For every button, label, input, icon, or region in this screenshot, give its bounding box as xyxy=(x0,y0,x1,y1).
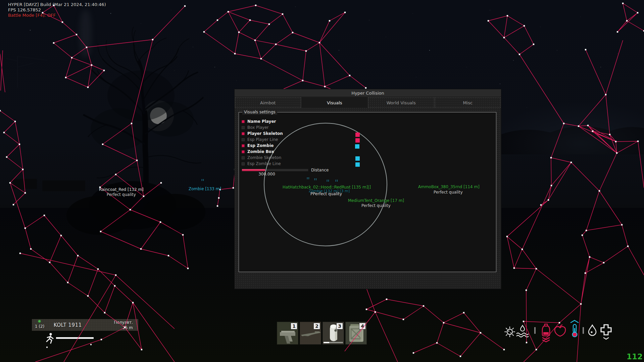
checkbox[interactable] xyxy=(242,144,245,147)
checkbox-row-player-skeleton[interactable]: Player Skeleton xyxy=(242,131,283,137)
tab-bar: Aimbot Visuals World Visuals Misc xyxy=(235,97,501,108)
esp-distant-zombie-mark: :: xyxy=(307,176,310,180)
checkbox[interactable] xyxy=(242,150,245,153)
checkbox[interactable] xyxy=(242,132,245,135)
esp-item-quality: Perfect quality xyxy=(434,190,463,195)
esp-item-quality: Perfect quality xyxy=(107,192,136,197)
distance-slider-fill[interactable] xyxy=(242,169,265,171)
tab-world-visuals[interactable]: World Visuals xyxy=(368,97,434,108)
esp-zombie-box xyxy=(355,156,360,161)
checkbox-label: Box Player xyxy=(247,125,268,130)
esp-lines-bottomleft xyxy=(10,183,175,362)
checkbox[interactable] xyxy=(242,126,245,129)
esp-zombie-box xyxy=(355,162,360,167)
checkbox-label: Name Player xyxy=(247,119,276,124)
checkbox[interactable] xyxy=(242,120,245,123)
esp-item-quality: Perfect quality xyxy=(361,203,391,208)
window-titlebar[interactable]: Hyper Collision xyxy=(235,89,501,97)
checkbox-label: Esp Player Line xyxy=(247,137,278,142)
checkbox-row-name-player[interactable]: Name Player xyxy=(242,118,283,124)
esp-lines-topcenter xyxy=(204,5,366,89)
esp-item-quality: PPerfect quality xyxy=(310,192,342,196)
esp-lines-topright xyxy=(488,3,644,123)
checkbox[interactable] xyxy=(242,138,245,141)
esp-lines-topleft xyxy=(0,5,185,123)
checkbox-row-esp-player-line[interactable]: Esp Player Line xyxy=(242,137,283,143)
esp-item-label: MediumTent_Orange [17 m] xyxy=(348,198,404,203)
checkbox-row-box-player[interactable]: Box Player xyxy=(242,124,283,131)
esp-lines-bottomright xyxy=(345,289,581,362)
esp-zombie-box xyxy=(355,144,359,149)
checkbox-label: Zombie Box xyxy=(247,149,274,154)
esp-distant-zombie-mark: :: xyxy=(314,177,317,181)
esp-distant-zombie-mark: :: xyxy=(335,179,338,182)
checkbox-label: Player Skeleton xyxy=(247,131,283,136)
checkbox[interactable] xyxy=(242,156,245,159)
game-screen: HYPER [DAYZ] Build (Mar 21 2024, 21:40:4… xyxy=(0,0,644,362)
checkbox-label: Esp Zombie xyxy=(247,143,274,148)
esp-lines-rightweb xyxy=(507,40,644,362)
group-title: Visuals settings xyxy=(242,110,277,115)
checkbox[interactable] xyxy=(242,162,245,165)
esp-item-label: HatHatchback_02::Hood::RedRust [135 m]|] xyxy=(283,185,371,190)
tab-visuals[interactable]: Visuals xyxy=(302,97,368,108)
tab-aimbot[interactable]: Aimbot xyxy=(235,97,301,108)
esp-player-box xyxy=(355,133,360,137)
esp-item-label: Raincoat_Red [132 m] xyxy=(99,187,144,192)
esp-item-label: AmmoBox_380_35rnd [114 m] xyxy=(418,185,480,189)
esp-distant-zombie-mark: :: xyxy=(327,179,330,182)
esp-distant-zombie-mark: :: xyxy=(201,178,204,182)
fov-circle xyxy=(264,123,387,246)
tab-misc[interactable]: Misc xyxy=(435,97,501,108)
esp-player-box xyxy=(355,138,360,143)
esp-zombie-label: Zombie [133 m] xyxy=(189,187,221,191)
